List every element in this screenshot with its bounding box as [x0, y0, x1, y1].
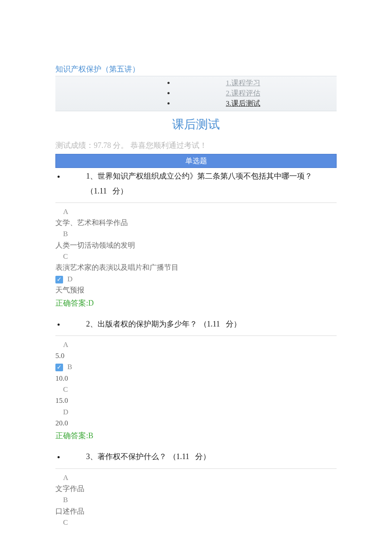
option-letter: D [55, 407, 337, 418]
option-letter: B [55, 228, 337, 240]
option-text: 20.0 [55, 418, 337, 429]
question-options: A 5.0 ✓B 10.0 C 15.0 D 20.0 [55, 339, 337, 429]
question-points: （1.11 分） [86, 187, 128, 195]
option-letter: C [55, 517, 337, 528]
option-letter: C [55, 251, 337, 262]
option-letter: B [55, 494, 337, 506]
question-options: A 文学、艺术和科学作品 B 人类一切活动领域的发明 C 表演艺术家的表演以及唱… [55, 206, 337, 296]
divider [55, 468, 337, 469]
course-title: 知识产权保护（第五讲） [55, 64, 337, 74]
question-points: （1.11 分） [199, 320, 241, 328]
correct-answer: 正确答案:D [55, 298, 337, 308]
question-stem: 3、著作权不保护什么？ （1.11 分） [65, 449, 337, 464]
check-icon: ✓ [55, 364, 63, 371]
option-text: 文字作品 [55, 483, 337, 494]
question-text: 出版者权的保护期为多少年？ [98, 320, 199, 328]
correct-answer: 正确答案:B [55, 431, 337, 441]
option-letter: C [55, 384, 337, 395]
option-letter: A [55, 472, 337, 483]
option-letter: ✓D [55, 274, 337, 285]
question-number: 2、 [86, 320, 98, 328]
nav-link-test[interactable]: 3.课后测试 [226, 99, 260, 107]
question-type-banner: 单选题 [55, 154, 337, 168]
option-letter: A [55, 339, 337, 350]
section-title: 课后测试 [55, 116, 337, 133]
question-number: 1、 [86, 172, 98, 180]
question-text: 世界知识产权组织成立公约》第二条第八项不包括其中哪一项？ [98, 172, 312, 180]
divider [55, 335, 337, 336]
nav-item-test: 3.课后测试 [175, 98, 337, 109]
nav-item-evaluate: 2.课程评估 [175, 88, 337, 98]
question-stem: 2、出版者权的保护期为多少年？ （1.11 分） [65, 317, 337, 331]
nav-bar: 1.课程学习 2.课程评估 3.课后测试 [55, 76, 337, 111]
question-stem: 1、世界知识产权组织成立公约》第二条第八项不包括其中哪一项？ （1.11 分） [65, 169, 337, 198]
option-text: 人类一切活动领域的发明 [55, 240, 337, 251]
option-text: 10.0 [55, 373, 337, 384]
option-text: 文学、艺术和科学作品 [55, 217, 337, 228]
option-letter: A [55, 206, 337, 217]
nav-link-study[interactable]: 1.课程学习 [226, 79, 260, 87]
question-text: 著作权不保护什么？ [98, 452, 169, 461]
option-letter: ✓B [55, 361, 337, 373]
question-points: （1.11 分） [169, 452, 210, 461]
question-options: A 文字作品 B 口述作品 C [55, 472, 337, 529]
option-text: 5.0 [55, 350, 337, 361]
option-letter-text: B [67, 363, 72, 371]
nav-item-study: 1.课程学习 [175, 78, 337, 88]
check-icon: ✓ [55, 276, 63, 283]
question-number: 3、 [86, 452, 98, 461]
option-text: 15.0 [55, 395, 337, 406]
score-line: 测试成绩：97.78 分。 恭喜您顺利通过考试！ [55, 140, 337, 150]
option-text: 口述作品 [55, 506, 337, 517]
nav-list: 1.课程学习 2.课程评估 3.课后测试 [55, 78, 337, 108]
option-text: 天气预报 [55, 285, 337, 296]
nav-link-evaluate[interactable]: 2.课程评估 [226, 89, 260, 97]
option-text: 表演艺术家的表演以及唱片和广播节目 [55, 262, 337, 273]
option-letter-text: D [67, 275, 72, 283]
page: 知识产权保护（第五讲） 1.课程学习 2.课程评估 3.课后测试 课后测试 测试… [0, 0, 392, 554]
divider [55, 202, 337, 203]
